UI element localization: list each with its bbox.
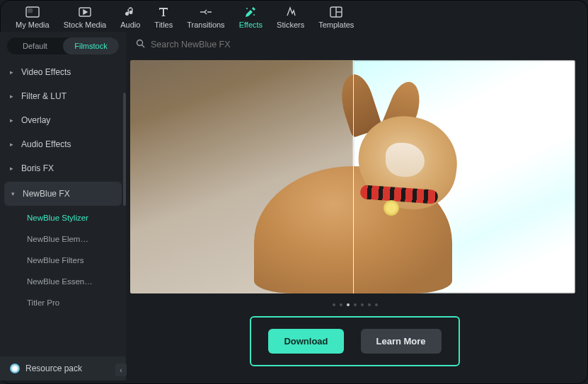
- page-dot[interactable]: [354, 303, 357, 306]
- nav-my-media[interactable]: My Media: [8, 6, 57, 29]
- subcat-newblue-stylizer[interactable]: NewBlue Stylizer: [0, 207, 126, 228]
- cat-newblue-fx[interactable]: ▾NewBlue FX: [4, 182, 122, 206]
- nav-stickers[interactable]: Stickers: [270, 6, 311, 29]
- effects-sidebar: Default Filmstock ▸Video Effects ▸Filter…: [0, 32, 126, 380]
- svg-rect-1: [28, 9, 32, 13]
- page-dot[interactable]: [375, 303, 378, 306]
- chevron-right-icon: ▸: [10, 69, 16, 76]
- cat-label: Filter & LUT: [21, 91, 67, 101]
- resource-pack-icon: [10, 363, 20, 373]
- search-icon: [136, 39, 145, 50]
- nav-audio[interactable]: Audio: [113, 6, 147, 29]
- page-dot[interactable]: [361, 303, 364, 306]
- music-note-icon: [122, 6, 138, 18]
- nav-templates[interactable]: Templates: [311, 6, 361, 29]
- transitions-icon: [198, 6, 214, 18]
- nav-effects[interactable]: Effects: [232, 6, 270, 29]
- page-dot[interactable]: [347, 303, 350, 306]
- nav-label: Effects: [239, 21, 263, 29]
- nav-label: Stock Media: [64, 21, 107, 29]
- cat-label: NewBlue FX: [23, 189, 70, 199]
- page-dot[interactable]: [368, 303, 371, 306]
- sidebar-scrollbar[interactable]: [123, 93, 126, 206]
- subcat-newblue-essentials[interactable]: NewBlue Essen…: [0, 271, 126, 292]
- templates-icon: [328, 6, 344, 18]
- chevron-right-icon: ▸: [10, 165, 16, 172]
- carousel-pagination: [126, 303, 584, 306]
- cat-label: Overlay: [21, 115, 50, 125]
- effect-preview[interactable]: [130, 60, 575, 293]
- cat-label: Video Effects: [21, 67, 71, 77]
- chevron-left-icon: ‹: [120, 366, 122, 374]
- cat-filter-lut[interactable]: ▸Filter & LUT: [0, 84, 126, 108]
- page-dot[interactable]: [340, 303, 342, 306]
- chevron-down-icon: ▾: [11, 190, 17, 197]
- tab-filmstock[interactable]: Filmstock: [63, 37, 119, 54]
- svg-marker-3: [83, 10, 87, 14]
- svg-point-9: [137, 40, 143, 46]
- nav-stock-media[interactable]: Stock Media: [57, 6, 114, 29]
- nav-label: Titles: [154, 21, 173, 29]
- subcat-newblue-elements[interactable]: NewBlue Elem…: [0, 228, 126, 250]
- cat-video-effects[interactable]: ▸Video Effects: [0, 60, 126, 84]
- nav-label: My Media: [16, 21, 50, 29]
- resource-pack-button[interactable]: Resource pack: [0, 356, 126, 380]
- svg-point-4: [253, 14, 255, 16]
- subcat-titler-pro[interactable]: Titler Pro: [0, 292, 126, 313]
- nav-label: Transitions: [187, 21, 224, 29]
- chevron-right-icon: ▸: [10, 93, 16, 100]
- titles-icon: [156, 6, 171, 18]
- cat-overlay[interactable]: ▸Overlay: [0, 108, 126, 132]
- svg-point-5: [246, 8, 248, 9]
- cat-label: Boris FX: [21, 163, 54, 173]
- chevron-right-icon: ▸: [10, 141, 16, 148]
- cat-label: Audio Effects: [21, 139, 71, 149]
- category-list: ▸Video Effects ▸Filter & LUT ▸Overlay ▸A…: [0, 60, 126, 356]
- chevron-right-icon: ▸: [10, 117, 16, 124]
- subcat-newblue-filters[interactable]: NewBlue Filters: [0, 250, 126, 271]
- page-dot[interactable]: [333, 303, 335, 306]
- learn-more-button[interactable]: Learn More: [361, 329, 442, 354]
- nav-label: Stickers: [277, 21, 304, 29]
- sidebar-collapse-button[interactable]: ‹: [115, 363, 127, 376]
- effects-icon: [243, 6, 258, 18]
- cat-audio-effects[interactable]: ▸Audio Effects: [0, 132, 126, 156]
- nav-titles[interactable]: Titles: [147, 6, 180, 29]
- tab-default[interactable]: Default: [7, 37, 63, 54]
- svg-line-10: [142, 45, 145, 48]
- stock-media-icon: [77, 6, 93, 18]
- resource-pack-label: Resource pack: [25, 363, 82, 373]
- nav-transitions[interactable]: Transitions: [180, 6, 231, 29]
- nav-label: Templates: [318, 21, 354, 29]
- cta-container: Download Learn More: [250, 316, 459, 366]
- download-button[interactable]: Download: [268, 329, 343, 354]
- top-navigation: My Media Stock Media Audio Titles Transi…: [0, 0, 588, 32]
- cat-boris-fx[interactable]: ▸Boris FX: [0, 156, 126, 180]
- content-area: Download Learn More: [126, 32, 588, 380]
- search-input[interactable]: [151, 40, 574, 50]
- search-bar: [126, 32, 584, 57]
- comparison-divider[interactable]: [353, 60, 354, 293]
- media-library-icon: [25, 6, 40, 18]
- stickers-icon: [283, 6, 299, 18]
- sidebar-source-tabs: Default Filmstock: [7, 37, 119, 54]
- nav-label: Audio: [120, 21, 140, 29]
